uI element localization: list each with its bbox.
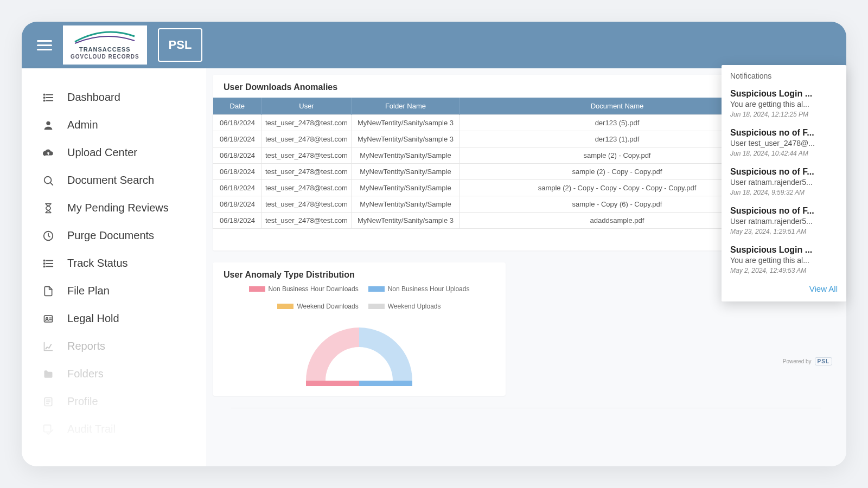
svg-point-10 <box>46 317 48 319</box>
notification-item[interactable]: Suspicious no of F... User test_user_247… <box>722 124 846 163</box>
cell-folder: MyNewTentity/Sanity/Sample <box>351 147 459 164</box>
sidebar-item-label: Reports <box>67 340 105 352</box>
legend-item[interactable]: Weekend Downloads <box>277 303 358 310</box>
pie-slice[interactable] <box>306 328 359 381</box>
pie-slice[interactable] <box>359 328 412 381</box>
notification-body: You are getting this al... <box>730 100 838 108</box>
sidebar-item-label: Purge Documents <box>67 229 154 242</box>
sidebar-item-label: My Pending Reviews <box>67 202 169 214</box>
chart-card: User Anomaly Type Distribution Non Busin… <box>213 262 506 396</box>
file-icon <box>41 285 55 297</box>
sidebar-item-file-plan[interactable]: File Plan <box>22 277 206 305</box>
sidebar-item-upload-center[interactable]: Upload Center <box>22 139 206 166</box>
notification-body: You are getting this al... <box>730 256 838 265</box>
legend-label: Non Business Hour Uploads <box>388 285 470 293</box>
cell-folder: MyNewTentity/Sanity/Sample <box>351 196 459 213</box>
notification-title: Suspicious Login ... <box>730 89 838 99</box>
pie-chart <box>213 310 506 396</box>
svg-rect-8 <box>44 266 45 267</box>
notification-item[interactable]: Suspicious no of F... User ratnam.rajend… <box>722 163 846 202</box>
column-header[interactable]: Folder Name <box>351 98 459 115</box>
brand-line1: TRANSACCESS <box>79 46 131 53</box>
search-icon <box>41 175 55 187</box>
sidebar-item-label: Dashboard <box>67 91 120 104</box>
profile-icon <box>41 396 55 408</box>
cell-folder: MyNewTentity/Sanity/Sample <box>351 164 459 180</box>
cell-date: 06/18/2024 <box>213 131 262 147</box>
legend-swatch <box>368 304 385 309</box>
notification-title: Suspicious no of F... <box>730 128 838 138</box>
legend-swatch <box>249 286 265 292</box>
brand-logo: TRANSACCESS GOVCLOUD RECORDS <box>63 25 147 65</box>
id-icon <box>41 313 55 324</box>
swoosh-icon <box>72 30 137 46</box>
notification-item[interactable]: Suspicious Login ... You are getting thi… <box>722 85 846 124</box>
sidebar-item-reports[interactable]: Reports <box>22 332 206 360</box>
notification-body: User ratnam.rajender5... <box>730 217 838 226</box>
chart-legend: Non Business Hour DownloadsNon Business … <box>213 285 506 310</box>
cell-user: test_user_2478@test.com <box>262 164 352 180</box>
brand-line2: GOVCLOUD RECORDS <box>71 54 139 60</box>
sidebar-item-track-status[interactable]: Track Status <box>22 249 206 277</box>
notification-body: User test_user_2478@... <box>730 139 838 147</box>
list-icon <box>41 92 55 104</box>
cell-user: test_user_2478@test.com <box>262 115 352 131</box>
menu-toggle-button[interactable] <box>37 40 52 50</box>
view-all-link[interactable]: View All <box>809 284 838 293</box>
legend-swatch <box>368 286 385 292</box>
cell-folder: MyNewTentity/Sanity/sample 3 <box>351 213 459 229</box>
sidebar-item-profile[interactable]: Profile <box>22 388 206 415</box>
column-header[interactable]: User <box>262 98 352 115</box>
legend-item[interactable]: Weekend Uploads <box>368 303 441 310</box>
cell-date: 06/18/2024 <box>213 115 262 131</box>
cell-user: test_user_2478@test.com <box>262 147 352 164</box>
notification-item[interactable]: Suspicious no of F... User ratnam.rajend… <box>722 202 846 241</box>
sidebar-item-my-pending-reviews[interactable]: My Pending Reviews <box>22 194 206 222</box>
sidebar-item-dashboard[interactable]: Dashboard <box>22 84 206 111</box>
view-all-row: View All <box>722 280 846 301</box>
svg-rect-1 <box>44 97 45 98</box>
column-header[interactable]: Date <box>213 98 262 115</box>
sidebar-item-purge-documents[interactable]: Purge Documents <box>22 222 206 249</box>
divider <box>231 408 821 408</box>
sidebar-item-label: Upload Center <box>67 146 137 159</box>
notification-body: User ratnam.rajender5... <box>730 178 838 187</box>
svg-rect-6 <box>44 260 45 261</box>
cell-date: 06/18/2024 <box>213 213 262 229</box>
sidebar-item-label: Document Search <box>67 174 154 187</box>
notification-item[interactable]: Suspicious Login ... You are getting thi… <box>722 241 846 280</box>
svg-rect-0 <box>44 94 45 95</box>
legend-item[interactable]: Non Business Hour Uploads <box>368 285 470 293</box>
notification-time: Jun 18, 2024, 10:42:44 AM <box>730 150 838 157</box>
sidebar-item-audit-trail[interactable]: Audit Trail <box>22 415 206 443</box>
notification-title: Suspicious no of F... <box>730 167 838 177</box>
check-icon <box>41 423 55 435</box>
notifications-header: Notifications <box>722 65 846 85</box>
pie-band <box>359 381 412 386</box>
legend-label: Weekend Uploads <box>388 303 441 310</box>
user-icon <box>41 119 55 131</box>
notification-time: Jun 18, 2024, 12:12:25 PM <box>730 111 838 118</box>
cloud-up-icon <box>41 147 55 159</box>
sidebar-item-label: File Plan <box>67 285 110 297</box>
sidebar-item-legal-hold[interactable]: Legal Hold <box>22 305 206 332</box>
notifications-popover: Notifications Suspicious Login ... You a… <box>722 65 846 301</box>
cell-user: test_user_2478@test.com <box>262 213 352 229</box>
sidebar-item-admin[interactable]: Admin <box>22 111 206 139</box>
legend-item[interactable]: Non Business Hour Downloads <box>249 285 359 293</box>
svg-point-3 <box>46 121 50 125</box>
svg-rect-12 <box>44 425 51 432</box>
sidebar-item-folders[interactable]: Folders <box>22 360 206 388</box>
notification-time: May 2, 2024, 12:49:53 AM <box>730 267 838 274</box>
notification-time: Jun 18, 2024, 9:59:32 AM <box>730 189 838 196</box>
psl-mini-badge: PSL <box>815 357 832 365</box>
cell-date: 06/18/2024 <box>213 196 262 213</box>
sidebar-item-label: Legal Hold <box>67 312 119 325</box>
powered-by: Powered by PSL <box>783 357 832 365</box>
sidebar-item-document-search[interactable]: Document Search <box>22 166 206 194</box>
folder-icon <box>41 369 55 380</box>
svg-rect-2 <box>44 100 45 101</box>
clock-icon <box>41 230 55 242</box>
sidebar-item-label: Profile <box>67 395 98 408</box>
cell-folder: MyNewTentity/Sanity/Sample <box>351 180 459 196</box>
